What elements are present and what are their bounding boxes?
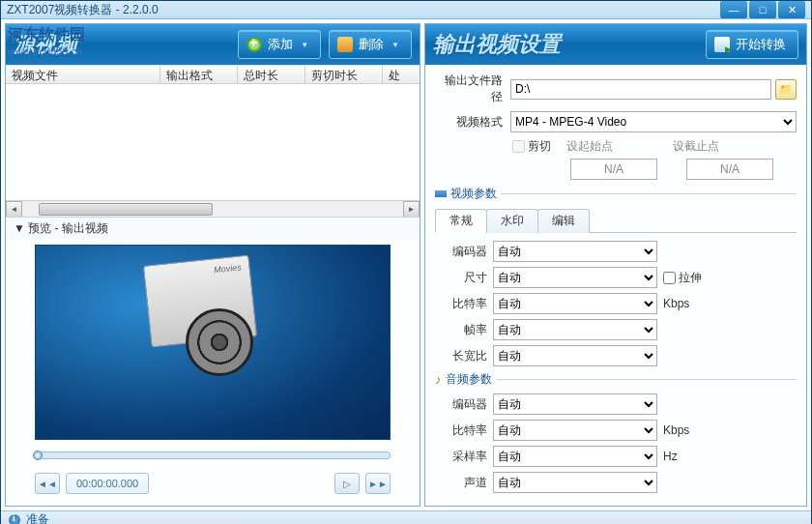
video-aspect-select[interactable]: 自动 bbox=[493, 345, 657, 366]
end-point-input[interactable] bbox=[686, 159, 773, 180]
delete-button[interactable]: 删除 ▼ bbox=[329, 30, 412, 59]
output-path-input[interactable] bbox=[510, 79, 771, 100]
video-encoder-select[interactable]: 自动 bbox=[493, 241, 657, 262]
output-header: 输出视频设置 开始转换 bbox=[425, 24, 806, 65]
film-reel-icon bbox=[186, 308, 253, 376]
format-select[interactable]: MP4 - MPEG-4 Video bbox=[510, 111, 797, 132]
source-header: 源视频 添加 ▼ 删除 ▼ bbox=[6, 24, 420, 65]
output-title: 输出视频设置 bbox=[433, 30, 698, 59]
hz-unit: Hz bbox=[663, 450, 678, 463]
browse-button[interactable]: 📁 bbox=[775, 79, 797, 100]
forward-button[interactable]: ►► bbox=[365, 473, 391, 494]
start-point-input[interactable] bbox=[570, 159, 657, 180]
convert-button[interactable]: 开始转换 bbox=[706, 30, 798, 59]
start-point-label: 设起始点 bbox=[566, 138, 613, 155]
status-text: 准备 bbox=[26, 511, 49, 524]
audio-bitrate-select[interactable]: 自动 bbox=[493, 420, 657, 441]
format-label: 视频格式 bbox=[435, 114, 507, 131]
audio-params-header: 音频参数 bbox=[435, 371, 797, 388]
convert-label: 开始转换 bbox=[736, 36, 786, 53]
video-fps-label: 帧率 bbox=[435, 322, 487, 338]
main-content: 源视频 添加 ▼ 删除 ▼ 视频文件 输出格式 总时长 剪切时长 处 bbox=[1, 19, 811, 510]
statusbar: 准备 bbox=[1, 510, 811, 524]
source-title: 源视频 bbox=[14, 30, 230, 59]
audio-sample-select[interactable]: 自动 bbox=[493, 446, 657, 467]
tab-watermark[interactable]: 水印 bbox=[486, 209, 538, 233]
output-pane: 输出视频设置 开始转换 输出文件路径 📁 视频格式 MP4 - MPEG-4 V… bbox=[424, 23, 807, 507]
convert-icon bbox=[714, 37, 730, 52]
file-list[interactable] bbox=[6, 84, 420, 200]
scroll-thumb[interactable] bbox=[39, 203, 213, 216]
close-button[interactable]: ✕ bbox=[778, 1, 805, 18]
output-settings: 输出文件路径 📁 视频格式 MP4 - MPEG-4 Video 剪切 设起始点… bbox=[425, 65, 806, 506]
col-format[interactable]: 输出格式 bbox=[160, 66, 238, 83]
video-encoder-label: 编码器 bbox=[435, 244, 487, 260]
end-point-label: 设截止点 bbox=[673, 138, 719, 155]
time-display: 00:00:00.000 bbox=[66, 473, 149, 494]
delete-label: 删除 bbox=[359, 36, 384, 53]
preview-canvas bbox=[35, 245, 391, 440]
kbps-unit: Kbps bbox=[663, 297, 689, 310]
output-path-label: 输出文件路径 bbox=[435, 73, 507, 105]
player-controls: ◄◄ 00:00:00.000 ▷ ►► bbox=[35, 469, 391, 498]
audio-channel-select[interactable]: 自动 bbox=[493, 472, 657, 493]
preview-header[interactable]: ▼ 预览 - 输出视频 bbox=[6, 218, 420, 239]
table-header: 视频文件 输出格式 总时长 剪切时长 处 bbox=[6, 65, 420, 84]
seek-bar[interactable] bbox=[35, 448, 391, 463]
window-controls: — □ ✕ bbox=[720, 1, 805, 18]
col-process[interactable]: 处 bbox=[383, 66, 420, 83]
app-window: ZXT2007视频转换器 - 2.2.0.0 — □ ✕ 河东软件园 www.p… bbox=[0, 0, 812, 524]
delete-icon bbox=[337, 37, 353, 52]
video-size-select[interactable]: 自动 bbox=[493, 267, 657, 288]
audio-encoder-label: 编码器 bbox=[435, 396, 487, 413]
tab-general[interactable]: 常规 bbox=[435, 209, 487, 233]
add-button[interactable]: 添加 ▼ bbox=[238, 30, 321, 59]
add-label: 添加 bbox=[268, 36, 293, 53]
horizontal-scrollbar[interactable]: ◄ ► bbox=[6, 200, 420, 217]
source-pane: 源视频 添加 ▼ 删除 ▼ 视频文件 输出格式 总时长 剪切时长 处 bbox=[5, 23, 420, 507]
minimize-button[interactable]: — bbox=[720, 1, 747, 18]
info-icon bbox=[9, 514, 20, 525]
scroll-left-icon[interactable]: ◄ bbox=[6, 201, 22, 218]
audio-sample-label: 采样率 bbox=[435, 449, 487, 465]
preview-section: ▼ 预览 - 输出视频 ◄◄ 00:00:00.000 ▷ ►► bbox=[6, 217, 420, 506]
cut-checkbox[interactable] bbox=[512, 140, 525, 153]
kbps-unit2: Kbps bbox=[663, 423, 689, 437]
video-params-header: 视频参数 bbox=[435, 186, 797, 202]
col-duration[interactable]: 总时长 bbox=[238, 66, 305, 83]
video-tabs: 常规 水印 编辑 bbox=[435, 208, 797, 233]
col-file[interactable]: 视频文件 bbox=[6, 66, 160, 83]
stretch-checkbox[interactable] bbox=[663, 272, 676, 284]
maximize-button[interactable]: □ bbox=[749, 1, 776, 18]
video-size-label: 尺寸 bbox=[435, 270, 487, 286]
stretch-label: 拉伸 bbox=[679, 270, 702, 286]
rewind-button[interactable]: ◄◄ bbox=[35, 473, 60, 494]
video-bitrate-select[interactable]: 自动 bbox=[493, 293, 657, 314]
cut-label: 剪切 bbox=[528, 138, 551, 155]
chevron-down-icon: ▼ bbox=[301, 41, 308, 49]
titlebar: ZXT2007视频转换器 - 2.2.0.0 — □ ✕ bbox=[1, 1, 811, 19]
window-title: ZXT2007视频转换器 - 2.2.0.0 bbox=[7, 2, 720, 18]
video-bitrate-label: 比特率 bbox=[435, 296, 487, 312]
play-button[interactable]: ▷ bbox=[334, 473, 360, 494]
seek-knob[interactable] bbox=[33, 451, 43, 460]
col-cut-duration[interactable]: 剪切时长 bbox=[305, 66, 383, 83]
video-fps-select[interactable]: 自动 bbox=[493, 319, 657, 340]
chevron-down-icon: ▼ bbox=[392, 41, 399, 49]
audio-encoder-select[interactable]: 自动 bbox=[493, 393, 657, 415]
audio-bitrate-label: 比特率 bbox=[435, 422, 487, 439]
tab-edit[interactable]: 编辑 bbox=[537, 209, 590, 233]
audio-channel-label: 声道 bbox=[435, 475, 487, 491]
scroll-right-icon[interactable]: ► bbox=[403, 201, 420, 218]
add-icon bbox=[246, 37, 262, 52]
video-aspect-label: 长宽比 bbox=[435, 348, 487, 364]
